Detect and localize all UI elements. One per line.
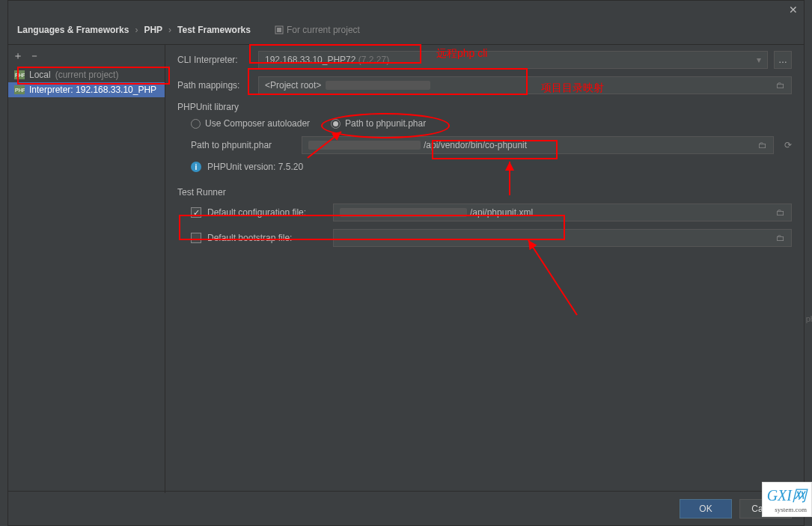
sidebar-item-label: Interpreter: 192.168.33.10_PHP — [29, 85, 156, 95]
radio-phar[interactable]: Path to phpunit.phar — [331, 118, 426, 129]
sidebar-item-suffix: (current project) — [55, 70, 119, 80]
phpunit-version-row: i PHPUnit version: 7.5.20 — [191, 162, 792, 172]
boot-label: Default bootstrap file: — [207, 233, 327, 243]
folder-icon[interactable]: 🗀 — [776, 207, 785, 218]
conf-checkbox[interactable] — [191, 207, 201, 218]
phar-path-value: /api/vendor/bin/co-phpunit — [424, 140, 527, 150]
breadcrumb: Languages & Frameworks › PHP › Test Fram… — [8, 19, 804, 44]
mapping-label: Path mappings: — [177, 80, 252, 91]
radio-composer[interactable]: Use Composer autoloader — [191, 118, 310, 129]
remove-button[interactable]: － — [29, 49, 40, 63]
redacted-path — [308, 141, 421, 150]
cli-label: CLI Interpreter: — [177, 55, 252, 65]
test-runner-title: Test Runner — [177, 187, 792, 198]
crumb-2[interactable]: Test Frameworks — [177, 25, 251, 35]
chevron-right-icon: › — [135, 25, 138, 35]
watermark-name: GXI网 — [767, 487, 807, 504]
folder-icon[interactable]: 🗀 — [776, 233, 785, 243]
chevron-right-icon: › — [168, 25, 171, 35]
mapping-row: Path mappings: <Project root> 🗀 — [177, 76, 792, 94]
boot-checkbox[interactable] — [191, 233, 201, 243]
boot-row: Default bootstrap file: 🗀 — [191, 229, 792, 247]
content: CLI Interpreter: 192.168.33.10_PHP72 (7.… — [165, 45, 804, 493]
main-area: ＋ － PHP Local (current project) PHP Inte… — [8, 44, 804, 493]
settings-dialog: ✕ Languages & Frameworks › PHP › Test Fr… — [7, 0, 805, 526]
cli-value: 192.168.33.10_PHP72 — [265, 55, 355, 65]
folder-icon[interactable]: 🗀 — [758, 140, 767, 150]
hint-text: For current project — [287, 25, 360, 35]
sidebar-toolbar: ＋ － — [8, 48, 165, 67]
lib-radio-row: Use Composer autoloader Path to phpunit.… — [191, 118, 792, 129]
phar-path-label: Path to phpunit.phar — [191, 140, 296, 150]
cli-row: CLI Interpreter: 192.168.33.10_PHP72 (7.… — [177, 51, 792, 69]
sidebar-item-local[interactable]: PHP Local (current project) — [8, 67, 165, 82]
conf-field[interactable]: /api/phpunit.xml 🗀 — [333, 204, 792, 221]
chevron-down-icon: ▾ — [757, 55, 761, 65]
radio-phar-label: Path to phpunit.phar — [345, 118, 426, 129]
svg-text:PHP: PHP — [15, 88, 25, 93]
ok-button[interactable]: OK — [680, 499, 732, 519]
phar-path-field[interactable]: /api/vendor/bin/co-phpunit 🗀 — [302, 136, 774, 154]
phar-path-row: Path to phpunit.phar /api/vendor/bin/co-… — [191, 136, 792, 154]
phpunit-version-text: PHPUnit version: 7.5.20 — [207, 162, 303, 172]
clipped-text: ph — [806, 314, 812, 323]
redacted-path — [326, 81, 430, 90]
crumb-1[interactable]: PHP — [144, 25, 162, 35]
crumb-0[interactable]: Languages & Frameworks — [17, 25, 129, 35]
svg-rect-1 — [277, 28, 281, 32]
current-project-hint: For current project — [275, 25, 360, 35]
path-mapping-field[interactable]: <Project root> 🗀 — [258, 76, 792, 94]
svg-text:PHP: PHP — [15, 73, 25, 78]
boot-field[interactable]: 🗀 — [333, 229, 792, 247]
conf-row: Default configuration file: /api/phpunit… — [191, 204, 792, 221]
sidebar-item-interpreter[interactable]: PHP Interpreter: 192.168.33.10_PHP — [8, 82, 165, 97]
folder-icon[interactable]: 🗀 — [776, 80, 785, 91]
redacted-path — [340, 208, 467, 217]
cli-version: (7.2.27) — [358, 55, 389, 65]
info-icon: i — [191, 162, 201, 172]
radio-composer-label: Use Composer autoloader — [205, 118, 310, 129]
reload-icon[interactable]: ⟳ — [784, 140, 792, 150]
conf-label: Default configuration file: — [207, 207, 327, 218]
mapping-value: <Project root> — [265, 80, 321, 91]
watermark: GXI网 system.com — [762, 482, 812, 517]
titlebar: ✕ — [8, 1, 804, 19]
conf-value: /api/phpunit.xml — [470, 207, 533, 218]
close-icon[interactable]: ✕ — [789, 4, 798, 16]
phpunit-library-title: PHPUnit library — [177, 102, 792, 112]
dialog-footer: OK Cancel — [8, 491, 804, 525]
cli-more-button[interactable]: … — [774, 51, 792, 69]
sidebar: ＋ － PHP Local (current project) PHP Inte… — [8, 45, 165, 493]
sidebar-item-label: Local — [29, 70, 51, 80]
add-button[interactable]: ＋ — [13, 49, 23, 63]
watermark-sub: system.com — [767, 506, 807, 513]
cli-interpreter-select[interactable]: 192.168.33.10_PHP72 (7.2.27) ▾ — [258, 51, 768, 69]
